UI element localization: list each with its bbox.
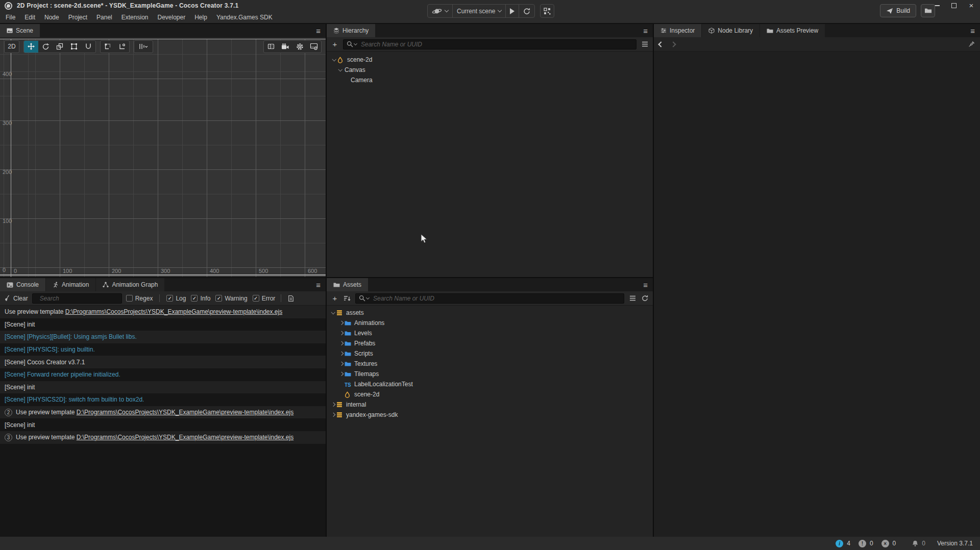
console-log-row[interactable]: [Scene] Cocos Creator v3.7.1 [0, 356, 326, 368]
asset-item-scene-2d[interactable]: scene-2d [327, 389, 653, 399]
assets-panel-menu-button[interactable]: ≡ [638, 278, 653, 291]
console-log-row[interactable]: [Scene] [Physics][Bullet]: Using asmjs B… [0, 331, 326, 343]
hierarchy-item-scene-2d[interactable]: scene-2d [327, 55, 653, 65]
console-log-row[interactable]: [Scene] [PHYSICS]: using builtin. [0, 343, 326, 356]
chevron-right-icon[interactable] [338, 352, 345, 355]
asset-item-scripts[interactable]: Scripts [327, 348, 653, 359]
chevron-right-icon[interactable] [338, 362, 345, 365]
create-asset-button[interactable]: + [331, 294, 339, 303]
hierarchy-panel-menu-button[interactable]: ≡ [638, 24, 653, 37]
asset-item-tilemaps[interactable]: Tilemaps [327, 369, 653, 379]
inspector-tab-assets-preview[interactable]: Assets Preview [760, 24, 825, 37]
chevron-right-icon[interactable] [338, 342, 345, 345]
scene-selector-dropdown[interactable]: Current scene [453, 5, 505, 17]
bell-icon[interactable] [912, 540, 918, 547]
view-mode-2d-button[interactable]: 2D [4, 40, 19, 53]
inspector-panel-menu-button[interactable]: ≡ [965, 24, 980, 37]
preview-platform-button[interactable] [428, 5, 452, 17]
console-log-row[interactable]: [Scene] [PHYSICS2D]: switch from builtin… [0, 393, 326, 406]
reload-button[interactable] [519, 5, 534, 17]
pivot-toggle-button[interactable] [101, 41, 115, 53]
tab-hierarchy[interactable]: Hierarchy [327, 24, 375, 37]
clear-console-button[interactable]: Clear [4, 295, 28, 302]
asset-item-yandex-games-sdk[interactable]: yandex-games-sdk [327, 410, 653, 420]
transform-gizmo-button[interactable] [81, 41, 95, 53]
menu-developer[interactable]: Developer [153, 14, 190, 21]
log-file-link[interactable]: D:\Programms\CocosProjects\YSDK_ExampleG… [77, 409, 294, 416]
console-log-row[interactable]: [Scene] init [0, 418, 326, 431]
hierarchy-item-camera[interactable]: Camera [327, 75, 653, 85]
chevron-right-icon[interactable] [330, 413, 336, 416]
create-node-button[interactable]: + [331, 40, 339, 48]
scene-viewport[interactable]: 01002003004005006004003002001000 [0, 39, 326, 277]
console-tab-console[interactable]: Console [0, 278, 45, 291]
filter-warning-checkbox[interactable]: ✓Warning [215, 295, 247, 302]
chevron-right-icon[interactable] [330, 403, 336, 406]
open-project-folder-button[interactable] [921, 4, 935, 17]
asset-item-internal[interactable]: internal [327, 399, 653, 410]
close-button[interactable]: × [963, 0, 980, 11]
hierarchy-item-canvas[interactable]: Canvas [327, 65, 653, 75]
menu-node[interactable]: Node [40, 14, 64, 21]
menu-help[interactable]: Help [190, 14, 212, 21]
menu-edit[interactable]: Edit [20, 14, 40, 21]
history-back-button[interactable] [658, 41, 664, 47]
asset-item-textures[interactable]: Textures [327, 359, 653, 369]
console-tab-animation-graph[interactable]: Animation Graph [96, 278, 164, 291]
rotate-tool-button[interactable] [38, 41, 53, 53]
error-count-icon[interactable]: × [881, 540, 889, 547]
pin-inspector-button[interactable] [968, 41, 975, 47]
hierarchy-search-input[interactable] [358, 40, 636, 49]
menu-panel[interactable]: Panel [92, 14, 117, 21]
build-button[interactable]: Build [880, 4, 916, 17]
search-filter-chevron-icon[interactable] [366, 296, 370, 299]
asset-item-labellocalizationtest[interactable]: TSLabelLocalizationTest [327, 379, 653, 389]
chevron-down-icon[interactable] [331, 59, 337, 61]
grid-visibility-dropdown[interactable] [134, 41, 153, 53]
log-file-link[interactable]: D:\Programms\CocosProjects\YSDK_ExampleG… [65, 308, 283, 315]
chevron-down-icon[interactable] [330, 312, 336, 314]
console-tab-animation[interactable]: Animation [46, 278, 95, 291]
menu-project[interactable]: Project [64, 14, 92, 21]
log-file-link[interactable]: D:\Programms\CocosProjects\YSDK_ExampleG… [77, 434, 294, 441]
filter-info-checkbox[interactable]: ✓Info [191, 295, 210, 302]
menu-yandex-games-sdk[interactable]: Yandex.Games SDK [212, 14, 277, 21]
filter-log-checkbox[interactable]: ✓Log [166, 295, 186, 302]
console-log-row[interactable]: 3Use preview template D:\Programms\Cocos… [0, 431, 326, 444]
play-button[interactable] [506, 5, 519, 17]
asset-item-assets[interactable]: assets [327, 308, 653, 318]
asset-item-prefabs[interactable]: Prefabs [327, 338, 653, 348]
scene-gizmo-settings-button[interactable] [292, 41, 307, 53]
tab-assets[interactable]: Assets [327, 278, 368, 291]
scale-tool-button[interactable] [53, 41, 67, 53]
open-log-file-button[interactable] [287, 295, 295, 302]
assets-list-options-button[interactable] [628, 295, 636, 301]
assets-search-input[interactable] [370, 294, 624, 303]
filter-error-checkbox[interactable]: ✓Error [253, 295, 276, 302]
maximize-button[interactable] [945, 0, 963, 11]
console-search-input[interactable] [37, 294, 122, 303]
scene-profile-settings-button[interactable] [307, 41, 321, 53]
rect-tool-button[interactable] [67, 41, 81, 53]
search-filter-chevron-icon[interactable] [354, 42, 357, 45]
asset-item-levels[interactable]: Levels [327, 328, 653, 338]
scene-camera-button[interactable] [278, 41, 292, 53]
history-forward-button[interactable] [670, 41, 676, 47]
scene-panel-menu-button[interactable]: ≡ [311, 24, 326, 37]
sort-assets-button[interactable] [343, 295, 351, 302]
console-log-row[interactable]: [Scene] init [0, 318, 326, 331]
chevron-right-icon[interactable] [338, 332, 345, 335]
console-panel-menu-button[interactable]: ≡ [311, 278, 326, 291]
console-log-row[interactable]: [Scene] Forward render pipeline initiali… [0, 368, 326, 381]
asset-item-animations[interactable]: Animations [327, 318, 653, 328]
console-log-row[interactable]: [Scene] init [0, 381, 326, 394]
chevron-down-icon[interactable] [337, 69, 344, 71]
grid-toggle-button[interactable] [264, 41, 278, 53]
menu-extension[interactable]: Extension [117, 14, 153, 21]
console-log-row[interactable]: 2Use preview template D:\Programms\Cocos… [0, 406, 326, 419]
chevron-right-icon[interactable] [338, 321, 345, 324]
warning-count-icon[interactable]: ! [859, 540, 866, 547]
info-count-icon[interactable]: i [836, 540, 843, 547]
menu-file[interactable]: File [1, 14, 20, 21]
tab-scene[interactable]: Scene [0, 24, 40, 37]
